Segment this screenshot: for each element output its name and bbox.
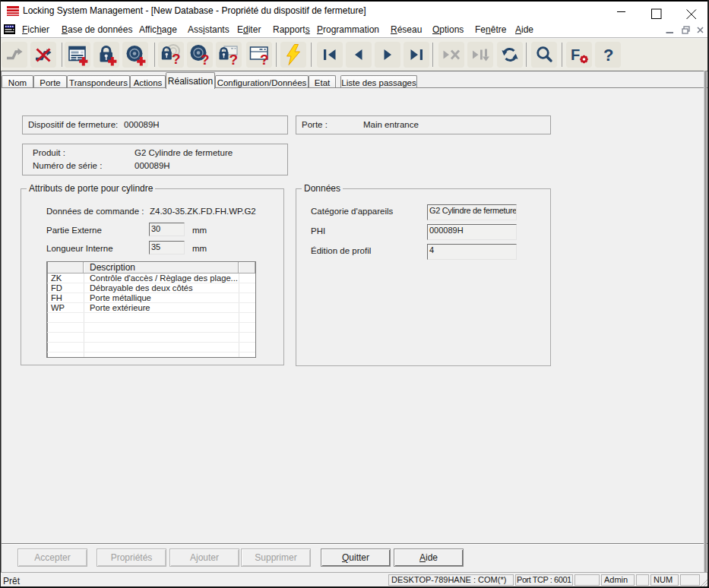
svg-text:?: ? bbox=[603, 46, 613, 65]
svg-text:?: ? bbox=[201, 52, 210, 68]
svg-text:?: ? bbox=[172, 51, 181, 67]
svg-text:?: ? bbox=[229, 52, 239, 68]
svg-text:F: F bbox=[571, 46, 580, 63]
svg-text:?: ? bbox=[260, 52, 269, 68]
